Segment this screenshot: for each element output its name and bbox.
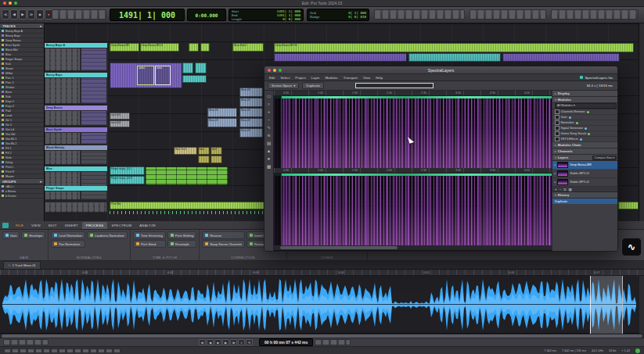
track-io-panel[interactable] — [81, 77, 107, 104]
modules-section-header[interactable]: ▾Modules — [552, 97, 618, 103]
audio-clip[interactable]: Finger snaps_01.L — [110, 166, 145, 175]
layer-visibility-icon[interactable]: ● — [554, 163, 556, 166]
tool-icon[interactable]: ▲ — [267, 148, 271, 153]
track-io-panel[interactable] — [81, 110, 107, 126]
layer-visibility-icon[interactable]: ● — [554, 172, 556, 175]
transport-button[interactable]: ■ — [214, 339, 221, 345]
history-item[interactable]: Duplicate — [552, 198, 618, 204]
module-item[interactable]: VST3 Effects — [552, 137, 618, 142]
waveform-selection[interactable] — [590, 276, 623, 334]
layer-tool-icon[interactable]: − — [559, 188, 562, 191]
transport-button[interactable]: ■ — [36, 9, 44, 20]
file-tab[interactable]: ∿ 1 Track Mono 01 — [3, 261, 41, 269]
history-header[interactable]: ▾History — [552, 192, 618, 198]
menu-item[interactable]: View — [363, 76, 370, 80]
transport-button[interactable]: ≪ — [2, 9, 9, 20]
audio-clip[interactable] — [198, 156, 210, 163]
pro-tools-titlebar[interactable]: Edit: Pro Tools 2024.03 — [0, 0, 644, 7]
audio-clip[interactable] — [502, 53, 620, 62]
ribbon-tab[interactable]: VIEW — [27, 222, 45, 229]
audio-clip[interactable]: bts1 — [198, 147, 210, 155]
menu-item[interactable]: Select — [280, 76, 290, 80]
audio-clip[interactable] — [210, 156, 222, 163]
audio-clip[interactable]: Deep Bossa-BR.01 — [140, 43, 179, 52]
ribbon-tab[interactable]: EDIT — [45, 222, 61, 229]
track-header-controls[interactable] — [45, 110, 81, 126]
chevron-down-icon[interactable]: ▾ — [40, 24, 41, 28]
chevron-down-icon[interactable]: ▾ — [40, 180, 41, 184]
module-item[interactable]: Channels Remixer — [552, 109, 618, 115]
audio-clip[interactable]: Bnss-Bo4.1 — [232, 43, 264, 52]
spectrogram-channel-1[interactable] — [274, 96, 552, 168]
transport-button[interactable]: ≪ — [199, 339, 206, 345]
ribbon-tab[interactable]: FILE — [12, 222, 27, 229]
layer-tool-icon[interactable]: + — [555, 188, 557, 191]
transport-extra-icons[interactable] — [315, 339, 351, 345]
menu-item[interactable]: Edit — [269, 76, 275, 80]
toolbar-session-strip[interactable] — [551, 9, 639, 20]
toolbar-icons-strip[interactable] — [374, 9, 465, 20]
spectral-hscrollbar[interactable] — [274, 245, 552, 250]
audio-clip[interactable]: Finger snaps_01.R — [110, 176, 145, 184]
module-item[interactable]: Normalize — [552, 120, 618, 126]
ribbon-button[interactable]: Level Normalizer — [51, 231, 85, 239]
layers-header[interactable]: ▾LayersCompact Size ▾ — [552, 155, 618, 161]
layer-visibility-icon[interactable]: ● — [554, 181, 556, 184]
menu-item[interactable]: Layer — [311, 76, 320, 80]
audio-clip[interactable]: Bnss-09 — [207, 108, 237, 117]
audio-clip[interactable]: Deep Bossa-BR-96 — [274, 43, 634, 52]
wave-vertical-scrollbar[interactable] — [639, 276, 644, 334]
time-display[interactable]: 00 h 00 mn 07 s 442 ms — [259, 338, 313, 346]
ribbon-button[interactable]: Reverse — [202, 231, 245, 239]
transport-button[interactable]: ◀ — [10, 9, 18, 20]
ribbon-button[interactable]: Pitch Shifting — [167, 231, 196, 239]
transport-button[interactable]: ▶ — [222, 339, 229, 345]
audio-clip[interactable]: Bnss-09 — [239, 118, 263, 127]
layer-item[interactable]: ● Stable-MP3-02 — [552, 178, 618, 187]
track-header-controls[interactable] — [45, 132, 81, 145]
track-header-controls[interactable] — [45, 48, 81, 71]
tool-icon[interactable]: ▭ — [267, 94, 271, 98]
module-item[interactable]: Unmix Song Vocals — [552, 131, 618, 137]
screen-space-dropdown[interactable]: Screen Space ▾ — [268, 82, 299, 89]
audio-clip[interactable] — [182, 63, 193, 73]
audio-clip[interactable] — [408, 53, 501, 62]
waves-logo[interactable]: ∿ — [621, 238, 642, 256]
group-item[interactable]: b Drums — [0, 194, 44, 198]
audio-clip[interactable]: Bnss-09 — [207, 118, 237, 127]
transport-button[interactable]: ▶ — [19, 9, 27, 20]
menu-item[interactable]: Transport — [344, 76, 358, 80]
ribbon-button[interactable]: Time Stretching — [133, 231, 166, 239]
edit-tools-strip[interactable] — [52, 9, 106, 20]
spectrallayers-titlebar[interactable]: SpectralLayers — [264, 66, 617, 74]
ribbon-button[interactable]: Pan Normalizer — [51, 240, 85, 248]
toolbar-modes-strip[interactable] — [470, 9, 546, 20]
track-io-panel[interactable] — [81, 132, 107, 145]
audio-clip[interactable]: Hat1 Snr1 — [174, 147, 197, 155]
menu-item[interactable]: Help — [376, 76, 383, 80]
audio-clip[interactable]: Deep Bossa-BR — [110, 43, 139, 52]
menu-item[interactable]: Modules — [325, 76, 337, 80]
selection-counters[interactable]: Start1491| 1| 000 End1491| 1| 000 Length… — [228, 9, 304, 21]
track-header-controls[interactable] — [45, 191, 81, 200]
waveform-display[interactable] — [0, 276, 644, 334]
clip-selection[interactable]: addict — [137, 66, 154, 85]
display-section-header[interactable]: ▸Display — [552, 91, 618, 97]
layer-tool-icon[interactable]: ▦ — [569, 188, 572, 191]
audio-clip[interactable]: Bnss-09 — [239, 128, 263, 138]
audio-clip[interactable] — [189, 43, 199, 52]
audio-clip[interactable] — [274, 53, 407, 62]
transport-option-icons[interactable] — [3, 339, 49, 345]
tool-icon[interactable]: + — [268, 109, 270, 114]
modules-filter[interactable]: All Modules ▾ — [552, 103, 618, 109]
statusbar-tool-icons[interactable] — [4, 349, 121, 353]
spectral-ruler-mid[interactable]: 0:301:001:302:002:303:003:304:00 — [274, 168, 552, 173]
tool-icon[interactable]: ▤ — [267, 141, 271, 145]
ribbon-tab[interactable]: PROCESS — [82, 222, 108, 229]
tool-icon[interactable]: ∿ — [267, 125, 271, 130]
ribbon-tab[interactable]: ANALYZE — [135, 222, 160, 229]
audio-clip[interactable]: test 2of2 — [110, 120, 130, 127]
layer-tool-icon[interactable]: ⧉ — [563, 188, 566, 191]
wave-time-ruler[interactable]: 0:010:020:030:040:050:060:07 — [0, 270, 644, 276]
tool-icon[interactable]: − — [268, 117, 270, 122]
